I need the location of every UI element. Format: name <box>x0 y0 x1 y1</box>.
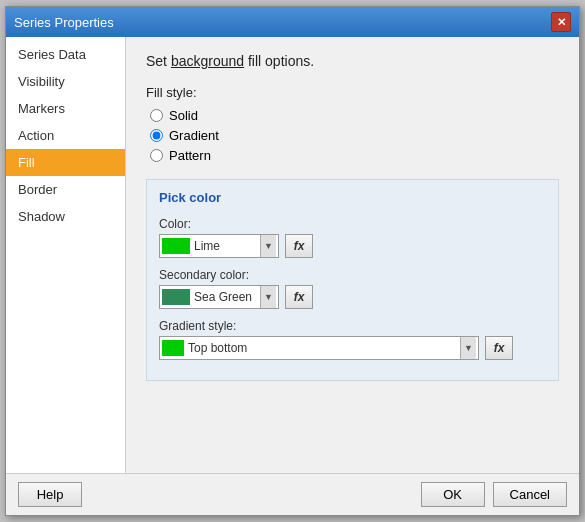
footer-right-buttons: OK Cancel <box>421 482 567 507</box>
ok-button[interactable]: OK <box>421 482 485 507</box>
fill-style-radio-group: Solid Gradient Pattern <box>146 108 559 163</box>
fill-style-label: Fill style: <box>146 85 559 100</box>
secondary-color-dropdown[interactable]: Sea Green ▼ <box>159 285 279 309</box>
sidebar-item-series-data[interactable]: Series Data <box>6 41 125 68</box>
secondary-color-dropdown-arrow: ▼ <box>260 286 276 308</box>
color-value: Lime <box>194 239 260 253</box>
main-content: Set background fill options. Fill style:… <box>126 37 579 473</box>
radio-pattern[interactable]: Pattern <box>150 148 559 163</box>
radio-solid-label: Solid <box>169 108 198 123</box>
gradient-style-dropdown[interactable]: Top bottom ▼ <box>159 336 479 360</box>
color-swatch <box>162 238 190 254</box>
cancel-button[interactable]: Cancel <box>493 482 567 507</box>
color-dropdown-arrow: ▼ <box>260 235 276 257</box>
page-title: Set background fill options. <box>146 53 559 69</box>
sidebar-item-shadow[interactable]: Shadow <box>6 203 125 230</box>
close-button[interactable]: ✕ <box>551 12 571 32</box>
sidebar: Series Data Visibility Markers Action Fi… <box>6 37 126 473</box>
dialog-footer: Help OK Cancel <box>6 473 579 515</box>
radio-gradient[interactable]: Gradient <box>150 128 559 143</box>
series-properties-dialog: Series Properties ✕ Series Data Visibili… <box>5 6 580 516</box>
secondary-color-fx-button[interactable]: fx <box>285 285 313 309</box>
gradient-style-value: Top bottom <box>188 341 460 355</box>
color-control: Lime ▼ fx <box>159 234 546 258</box>
gradient-style-swatch <box>162 340 184 356</box>
color-fx-button[interactable]: fx <box>285 234 313 258</box>
color-dropdown[interactable]: Lime ▼ <box>159 234 279 258</box>
gradient-style-field-row: Gradient style: Top bottom ▼ fx <box>159 319 546 360</box>
dialog-body: Series Data Visibility Markers Action Fi… <box>6 37 579 473</box>
sidebar-item-fill[interactable]: Fill <box>6 149 125 176</box>
sidebar-item-visibility[interactable]: Visibility <box>6 68 125 95</box>
color-label: Color: <box>159 217 546 231</box>
radio-gradient-label: Gradient <box>169 128 219 143</box>
pick-color-section: Pick color Color: Lime ▼ fx Se <box>146 179 559 381</box>
secondary-color-label: Secondary color: <box>159 268 546 282</box>
sidebar-item-border[interactable]: Border <box>6 176 125 203</box>
sidebar-item-action[interactable]: Action <box>6 122 125 149</box>
page-title-underline: background <box>171 53 244 69</box>
gradient-style-dropdown-arrow: ▼ <box>460 337 476 359</box>
help-button[interactable]: Help <box>18 482 82 507</box>
secondary-color-field-row: Secondary color: Sea Green ▼ fx <box>159 268 546 309</box>
gradient-style-fx-button[interactable]: fx <box>485 336 513 360</box>
gradient-style-control: Top bottom ▼ fx <box>159 336 546 360</box>
secondary-color-value: Sea Green <box>194 290 260 304</box>
color-field-row: Color: Lime ▼ fx <box>159 217 546 258</box>
radio-pattern-label: Pattern <box>169 148 211 163</box>
radio-gradient-input[interactable] <box>150 129 163 142</box>
secondary-color-swatch <box>162 289 190 305</box>
gradient-style-label: Gradient style: <box>159 319 546 333</box>
pick-color-title: Pick color <box>159 190 546 205</box>
title-bar: Series Properties ✕ <box>6 7 579 37</box>
secondary-color-control: Sea Green ▼ fx <box>159 285 546 309</box>
radio-solid[interactable]: Solid <box>150 108 559 123</box>
radio-solid-input[interactable] <box>150 109 163 122</box>
radio-pattern-input[interactable] <box>150 149 163 162</box>
sidebar-item-markers[interactable]: Markers <box>6 95 125 122</box>
dialog-title: Series Properties <box>14 15 114 30</box>
